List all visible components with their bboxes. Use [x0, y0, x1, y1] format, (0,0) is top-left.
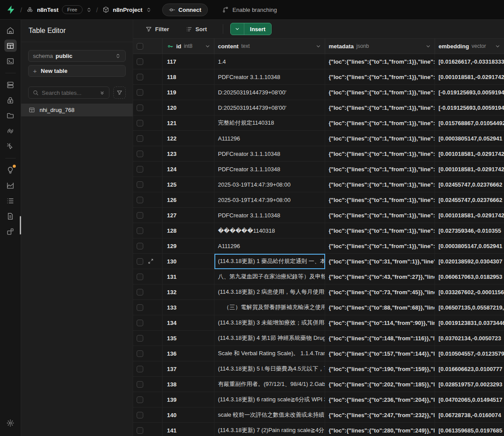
row-embedding-cell[interactable]: [0.001018581,-0.0291742	[435, 69, 504, 85]
row-embedding-cell[interactable]: [0.0003805147,0.052941	[435, 131, 504, 146]
row-embedding-cell[interactable]: [0.001018581,-0.0291742	[435, 162, 504, 177]
row-checkbox[interactable]	[137, 58, 143, 65]
row-content-cell[interactable]: D:20250319144739+08'00'	[214, 85, 325, 100]
nav-home[interactable]	[4, 24, 17, 36]
nav-integrations[interactable]	[4, 225, 17, 238]
row-embedding-cell[interactable]: [0.028519757,0.0023293	[435, 377, 504, 392]
new-table-button[interactable]: + New table	[28, 65, 126, 77]
row-embedding-cell[interactable]: [0.03702134,-0.0050723	[435, 331, 504, 346]
row-checkbox[interactable]	[137, 243, 143, 249]
connect-button[interactable]: Connect	[162, 4, 208, 16]
row-checkbox[interactable]	[137, 120, 143, 126]
enable-branching-button[interactable]: Enable branching	[222, 6, 277, 13]
row-checkbox[interactable]	[137, 335, 143, 342]
expand-row-icon[interactable]	[148, 258, 154, 264]
row-checkbox[interactable]	[137, 396, 143, 403]
row-metadata-cell[interactable]: {"loc":{"lines":{"to":88,"from":68}},"li…	[325, 300, 435, 315]
row-content-cell[interactable]: D:20250319144739+08'00'	[214, 100, 325, 115]
row-embedding-cell[interactable]: [-0.019125693,0.0059194	[435, 85, 504, 100]
row-metadata-cell[interactable]: {"loc":{"lines":{"to":148,"from":116}},"…	[325, 331, 435, 346]
row-id-cell[interactable]: 133	[163, 300, 214, 315]
row-content-cell[interactable]: （三）電解質及營養靜脈補充輸液之使用，	[214, 300, 325, 315]
breadcrumb-project[interactable]: n8nProject	[102, 6, 152, 13]
row-metadata-cell[interactable]: {"loc":{"lines":{"to":73,"from":45}},"li…	[325, 285, 435, 300]
row-content-cell[interactable]: 2025-03-19T14:47:39+08:00	[214, 192, 325, 208]
column-header-embedding[interactable]: embedding vector	[435, 39, 504, 54]
row-id-cell[interactable]: 131	[163, 269, 214, 285]
row-content-cell[interactable]: Scale 和 Verbal Rating Scale)。 1.1.4.Tram…	[214, 346, 325, 361]
row-id-cell[interactable]: 117	[163, 54, 214, 69]
row-content-cell[interactable]: 完整給付規定1140318	[214, 115, 325, 131]
row-embedding-cell[interactable]: [0.0019123831,0.0373446	[435, 315, 504, 331]
row-embedding-cell[interactable]: [0.001018581,-0.0291742	[435, 208, 504, 223]
row-metadata-cell[interactable]: {"loc":{"lines":{"to":1,"from":1}},"line…	[325, 223, 435, 238]
row-id-cell[interactable]: 129	[163, 238, 214, 254]
row-content-cell[interactable]: (114.3.18更新) 7 (2)Pain rating scale≧4分。	[214, 423, 325, 436]
column-header-metadata[interactable]: metadata jsonb	[325, 39, 435, 54]
row-metadata-cell[interactable]: {"loc":{"lines":{"to":157,"from":144}},"…	[325, 346, 435, 361]
row-checkbox[interactable]	[137, 227, 143, 234]
search-tables-input[interactable]: Search tables...	[28, 86, 109, 99]
table-list-item-selected[interactable]: nhi_drug_768	[21, 104, 133, 116]
row-content-cell[interactable]: PDFCreator 3.1.1.10348	[214, 69, 325, 85]
column-menu-icon[interactable]	[315, 43, 321, 49]
row-id-cell[interactable]: 136	[163, 346, 214, 361]
row-embedding-cell[interactable]: [0.020138592,0.0304307	[435, 254, 504, 269]
row-metadata-cell[interactable]: {"loc":{"lines":{"to":1,"from":1}},"line…	[325, 85, 435, 100]
row-id-cell[interactable]: 135	[163, 331, 214, 346]
row-content-cell[interactable]: PDFCreator 3.1.1.10348	[214, 208, 325, 223]
row-metadata-cell[interactable]: {"loc":{"lines":{"to":1,"from":1}},"line…	[325, 177, 435, 192]
row-id-cell[interactable]: 118	[163, 69, 214, 85]
row-metadata-cell[interactable]: {"loc":{"lines":{"to":1,"from":1}},"line…	[325, 162, 435, 177]
nav-api-docs[interactable]	[4, 210, 17, 222]
row-id-cell[interactable]: 122	[163, 131, 214, 146]
column-header-id[interactable]: id int8	[163, 39, 214, 54]
row-content-cell[interactable]: A111296	[214, 131, 325, 146]
column-header-content[interactable]: content text	[214, 39, 325, 54]
row-content-cell[interactable]: (114.3.18更新) 2 病患使用，每人每月使用量	[214, 285, 325, 300]
nav-reports[interactable]	[4, 179, 17, 191]
row-embedding-cell[interactable]: [0.060617063,0.0182953	[435, 269, 504, 285]
row-metadata-cell[interactable]: {"loc":{"lines":{"to":1,"from":1}},"line…	[325, 54, 435, 69]
row-metadata-cell[interactable]: {"loc":{"lines":{"to":43,"from":27}},"li…	[325, 269, 435, 285]
nav-sql-editor[interactable]	[4, 55, 17, 67]
row-metadata-cell[interactable]: {"loc":{"lines":{"to":114,"from":90}},"l…	[325, 315, 435, 331]
row-embedding-cell[interactable]: [0.02455747,0.02376662	[435, 177, 504, 192]
nav-advisors[interactable]	[4, 164, 17, 176]
row-content-cell[interactable]: PDFCreator 3.1.1.10348	[214, 162, 325, 177]
nav-logs[interactable]	[4, 195, 17, 207]
row-embedding-cell[interactable]: [-0.019125693,0.0059194	[435, 100, 504, 115]
row-embedding-cell[interactable]: [0.04702065,0.01494517	[435, 392, 504, 407]
row-checkbox[interactable]	[137, 412, 143, 418]
row-metadata-cell[interactable]: {"loc":{"lines":{"to":1,"from":1}},"line…	[325, 115, 435, 131]
row-content-cell[interactable]: (114.3.18更新) 6 rating scale≧6分或 WPI 3-	[214, 392, 325, 407]
nav-table-editor[interactable]	[4, 40, 17, 52]
row-embedding-cell[interactable]: [0.02455747,0.02376662	[435, 192, 504, 208]
row-metadata-cell[interactable]: {"loc":{"lines":{"to":1,"from":1}},"line…	[325, 131, 435, 146]
nav-auth[interactable]	[4, 94, 17, 106]
row-metadata-cell[interactable]: {"loc":{"lines":{"to":247,"from":232}},"…	[325, 407, 435, 423]
nav-database[interactable]	[4, 79, 17, 91]
row-content-cell[interactable]: (114.3.18更新) 1 藥品給付規定通則 一、本保	[214, 254, 325, 269]
column-menu-icon[interactable]	[425, 43, 431, 49]
row-metadata-cell[interactable]: {"loc":{"lines":{"to":202,"from":185}},"…	[325, 377, 435, 392]
row-embedding-cell[interactable]: [0.016606623,0.0100777	[435, 361, 504, 377]
sidebar-scrollbar-thumb[interactable]	[20, 216, 21, 234]
row-checkbox[interactable]	[137, 197, 143, 203]
project-switcher-icon[interactable]	[146, 7, 152, 13]
chevrons-down-icon[interactable]	[99, 90, 105, 96]
org-switcher-icon[interactable]	[86, 7, 92, 13]
row-checkbox[interactable]	[137, 366, 143, 372]
row-id-cell[interactable]: 123	[163, 146, 214, 162]
row-id-cell[interactable]: 121	[163, 115, 214, 131]
row-embedding-cell[interactable]: [0.0003805147,0.052941	[435, 238, 504, 254]
row-content-cell[interactable]: PDFCreator 3.1.1.10348	[214, 146, 325, 162]
row-embedding-cell[interactable]: [0.033267602,-0.0001156	[435, 285, 504, 300]
row-metadata-cell[interactable]: {"loc":{"lines":{"to":190,"from":159}},"…	[325, 361, 435, 377]
row-checkbox[interactable]	[137, 258, 143, 265]
select-all-checkbox[interactable]	[137, 43, 143, 50]
row-embedding-cell[interactable]: [0.06728738,-0.0160074	[435, 407, 504, 423]
row-checkbox[interactable]	[137, 212, 143, 219]
row-checkbox[interactable]	[137, 427, 143, 434]
table-list-filter-button[interactable]	[113, 86, 126, 99]
